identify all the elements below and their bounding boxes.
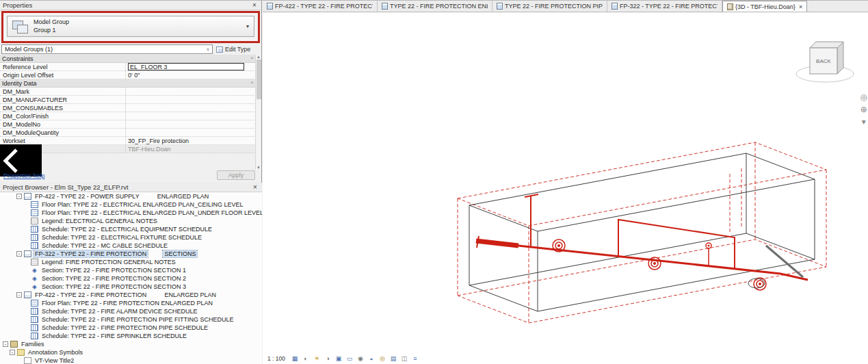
scrollbar-thumb[interactable] [257,60,261,99]
property-value-cell[interactable] [126,129,256,136]
tree-item-label[interactable]: Legend: ELECTRICAL GENERAL NOTES [40,218,159,224]
chevron-down-icon[interactable]: ▾ [241,23,254,29]
tree-row[interactable]: Schedule: TYPE 22 - FIRE PROTECTION PIPE… [0,324,262,332]
tree-row[interactable]: Schedule: TYPE 22 - FIRE SPRINKLER SCHED… [0,332,262,340]
navbar-options-icon[interactable]: ▾ [862,118,866,126]
tree-item-sheet-name[interactable]: SECTIONS [163,250,197,257]
tree-row[interactable]: Schedule: TYPE 22 - FIRE PROTECTION PIPE… [0,315,262,324]
section-box-dashed[interactable] [458,142,826,323]
model-3d-view[interactable]: BACK [263,12,868,364]
scale-button[interactable]: 1 : 100 [267,355,285,362]
displacement-sets-icon[interactable]: ◫ [400,354,408,363]
property-value-cell[interactable]: 0' 0" [126,71,256,79]
property-section-header[interactable]: Constraints^ [0,55,256,63]
tree-row[interactable]: -Families [0,340,262,348]
viewcube-face-label[interactable]: BACK [816,58,831,64]
view-tab-active[interactable]: {3D - TBF-Hieu.Doan}× [722,1,807,12]
tree-row[interactable]: Floor Plan: TYPE 22 - ELECTRICAL ENLARGE… [0,200,262,209]
tree-item-label[interactable]: Schedule: TYPE 22 - MC CABLE SCHEDULE [40,242,169,249]
project-browser-title-bar[interactable]: Project Browser - Elm St_Type 22_ELFP.rv… [0,183,262,192]
view-tab[interactable]: FP-422 - TYPE 22 - FIRE PROTECTIO... [263,1,378,12]
tree-row[interactable]: ◈Section: TYPE 22 - FIRE PROTECTION SECT… [0,266,262,274]
tree-row[interactable]: -FP-422 - TYPE 22 - FIRE PROTECTIONENLAR… [0,291,262,299]
lock-3d-view-icon[interactable]: ◉ [356,354,365,363]
scroll-up-icon[interactable]: ▲ [257,55,261,59]
tree-item-label[interactable]: Schedule: TYPE 22 - FIRE PROTECTION PIPE… [40,316,235,323]
tree-item-label[interactable]: FP-422 - TYPE 22 - POWER SUPPLY [34,193,141,200]
property-value-cell[interactable]: EL_FLOOR 3 [126,63,256,70]
tree-item-label[interactable]: Floor Plan: TYPE 22 - ELECTRICAL ENLARGE… [40,201,245,208]
viewcube[interactable]: BACK [796,42,854,82]
view-tab[interactable]: FP-322 - TYPE 22 - FIRE PROTECTIO... [607,1,722,12]
tree-item-label[interactable]: Annotation Symbols [27,349,84,356]
tree-item-label[interactable]: Schedule: TYPE 22 - FIRE ALARM DEVICE SC… [40,308,198,315]
property-value-cell[interactable]: 30_FP_Fire protection [126,137,256,144]
tree-row[interactable]: Schedule: TYPE 22 - MC CABLE SCHEDULE [0,242,262,250]
temporary-view-properties-icon[interactable]: ▤ [389,354,397,363]
tree-row[interactable]: ◈Section: TYPE 22 - FIRE PROTECTION SECT… [0,274,262,283]
close-icon[interactable]: × [250,1,259,9]
properties-title-bar[interactable]: Properties × [0,1,261,10]
tree-row[interactable]: Floor Plan: TYPE 22 - ELECTRICAL ENLARGE… [0,209,262,217]
tree-item-label[interactable]: Schedule: TYPE 22 - ELECTRICAL EQUIPMENT… [40,226,213,233]
edit-type-button[interactable]: Edit Type [215,44,260,54]
tree-expand-icon[interactable]: - [3,341,8,347]
properties-help-link[interactable]: Properties help [3,172,45,179]
tree-expand-icon[interactable]: - [16,251,22,257]
reveal-hidden-elements-icon[interactable]: ◎ [378,354,386,363]
tree-item-label[interactable]: Schedule: TYPE 22 - ELECTRICAL FIXTURE S… [40,234,203,241]
properties-scrollbar[interactable]: ▲ ▼ [255,55,261,170]
tree-row[interactable]: -FP-422 - TYPE 22 - POWER SUPPLYENLARGED… [0,192,262,200]
drawing-area[interactable]: BACK ◎⊕▾ 1 : 100 ▦◐☀◑▣▭◉◒◎▤◫≡ [263,12,868,364]
view-tab[interactable]: TYPE 22 - FIRE PROTECTION PIPE FI... [492,1,607,12]
apply-button[interactable]: Apply [217,170,255,180]
tree-row[interactable]: Schedule: TYPE 22 - ELECTRICAL EQUIPMENT… [0,225,262,233]
scroll-down-icon[interactable]: ▼ [257,166,261,170]
room-wireframe[interactable] [469,153,815,311]
tree-item-sheet-name[interactable]: ENLARGED PLAN [156,193,211,200]
tree-expand-icon[interactable]: - [16,292,22,298]
fire-protection-pipes[interactable] [476,194,808,280]
temporary-hide-isolate-icon[interactable]: ◒ [367,354,376,363]
show-crop-region-icon[interactable]: ▭ [345,354,354,363]
tree-item-label[interactable]: Schedule: TYPE 22 - FIRE PROTECTION PIPE… [40,324,209,331]
tree-row[interactable]: -Annotation Symbols [0,348,262,356]
navigation-wheel-icon[interactable]: ◎ [860,93,867,101]
view-tab[interactable]: TYPE 22 - FIRE PROTECTION ENLAR... [378,1,492,12]
tree-item-label[interactable]: Section: TYPE 22 - FIRE PROTECTION SECTI… [40,283,187,290]
pan-icon[interactable]: ⊕ [860,105,867,114]
property-value-input[interactable]: EL_FLOOR 3 [128,63,244,70]
property-value-cell[interactable] [126,88,256,95]
close-icon[interactable]: × [251,183,259,191]
tree-row[interactable]: Schedule: TYPE 22 - ELECTRICAL FIXTURE S… [0,233,262,242]
element-filter-dropdown[interactable]: Model Groups (1) ˅ [1,44,213,54]
tree-item-label[interactable]: VT-View Title2 [34,357,75,364]
property-value-cell[interactable] [126,96,256,103]
shadows-icon[interactable]: ◑ [324,354,332,363]
tree-item-label[interactable]: FP-422 - TYPE 22 - FIRE PROTECTION [34,291,148,298]
tree-item-label[interactable]: Section: TYPE 22 - FIRE PROTECTION SECTI… [40,267,187,274]
overlay-back-chevron[interactable] [0,144,42,177]
tree-expand-icon[interactable]: - [16,194,22,199]
tree-item-label[interactable]: FP-322 - TYPE 22 - FIRE PROTECTION [34,250,148,257]
sun-path-icon[interactable]: ☀ [313,354,321,363]
detail-level-icon[interactable]: ▦ [291,354,299,363]
tree-item-label[interactable]: Schedule: TYPE 22 - FIRE SPRINKLER SCHED… [40,333,188,339]
tree-item-label[interactable]: Families [20,341,46,348]
tree-row[interactable]: Legend: ELECTRICAL GENERAL NOTES [0,217,262,225]
tree-expand-icon[interactable]: - [10,350,15,355]
tree-item-label[interactable]: Floor Plan: TYPE 22 - ELECTRICAL ENLARGE… [40,209,262,216]
tree-row[interactable]: Floor Plan: TYPE 22 - FIRE PROTECTION EN… [0,299,262,307]
worksharing-display-icon[interactable]: ≡ [411,354,419,363]
crop-view-icon[interactable]: ▣ [334,354,343,363]
tree-item-sheet-name[interactable]: ENLARGED PLAN [163,291,218,298]
visual-style-icon[interactable]: ◐ [302,354,310,363]
tree-item-label[interactable]: Legend: FIRE PROTECTION GENERAL NOTES [40,259,177,265]
property-value-cell[interactable] [126,112,256,120]
tree-item-label[interactable]: Section: TYPE 22 - FIRE PROTECTION SECTI… [40,275,187,282]
property-value-cell[interactable] [126,120,256,128]
tree-row[interactable]: -FP-322 - TYPE 22 - FIRE PROTECTIONSECTI… [0,250,262,258]
tree-row[interactable]: ◈Section: TYPE 22 - FIRE PROTECTION SECT… [0,283,262,291]
tree-row[interactable]: Legend: FIRE PROTECTION GENERAL NOTES [0,258,262,266]
tree-item-label[interactable]: Floor Plan: TYPE 22 - FIRE PROTECTION EN… [40,300,214,307]
